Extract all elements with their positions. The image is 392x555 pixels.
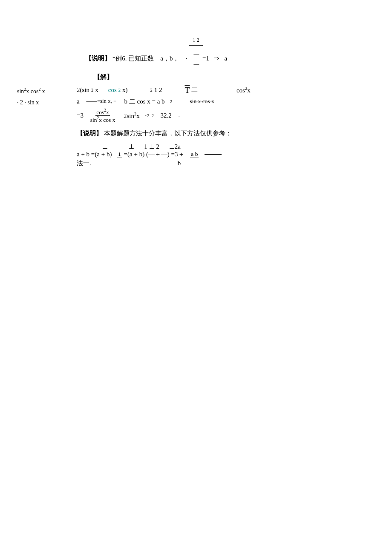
problem-statement: 【说明】 *例6. 已知正数 a，b， · — — =1 ⇒ a—: [85, 49, 375, 69]
coeff-2: 2(sin: [77, 86, 89, 94]
problem-number: 【说明】: [85, 55, 111, 62]
main-solution-block: sin2x cos2 x · 2 · sin x 2(sin2x cos2x) …: [17, 86, 375, 124]
step-row-2: a ——=sin x,－ b 二 cos x = a b 2 sin x cos…: [77, 98, 375, 106]
horizontal-bar: [205, 154, 222, 155]
fraction-header: 1 2: [17, 34, 375, 46]
step-row-3: =3 cos2x sin2x cos x 2sin2x ~2 2 32.2 -: [77, 108, 375, 124]
middle-formulas: 2(sin2x cos2x) 2 1 2 T 二 cos2x: [77, 86, 375, 124]
page: 1 2 【说明】 *例6. 已知正数 a，b， · — — =1: [0, 0, 392, 555]
method-1-block: ⊥ ⊥ 1 ⊥ 2 ⊥2a a + b =(a + b) 1: [77, 143, 375, 167]
note-label-line: 【说明】 本题解题方法十分丰富，以下方法仅供参考：: [77, 128, 375, 139]
step-row-1: 2(sin2x cos2x) 2 1 2 T 二 cos2x: [77, 86, 375, 95]
note-text: 本题解题方法十分丰富，以下方法仅供参考：: [104, 130, 232, 137]
math-content: 1 2 【说明】 *例6. 已知正数 a，b， · — — =1: [17, 34, 375, 167]
fraction-12: 1 2: [189, 36, 203, 43]
method1-fractions-top: ⊥ ⊥ 1 ⊥ 2 ⊥2a: [77, 143, 375, 150]
solution-label: 【解】: [94, 72, 375, 83]
method1-label-row: 法一. b: [77, 159, 375, 167]
method1-fraction-ab: a b: [190, 151, 199, 158]
left-formula-1: sin2x cos2 x: [17, 86, 45, 97]
left-formulas: sin2x cos2 x · 2 · sin x: [17, 86, 45, 109]
left-formula-2: · 2 · sin x: [17, 97, 45, 109]
problem-label: *例6. 已知正数 a，b， · — — =1 ⇒ a—: [112, 55, 233, 62]
fraction-cos-sin: cos2x sin2x cos x: [89, 108, 116, 124]
method1-main-line: a + b =(a + b) 1 =(a + b) (—＋—) =3＋ a b: [77, 150, 375, 158]
